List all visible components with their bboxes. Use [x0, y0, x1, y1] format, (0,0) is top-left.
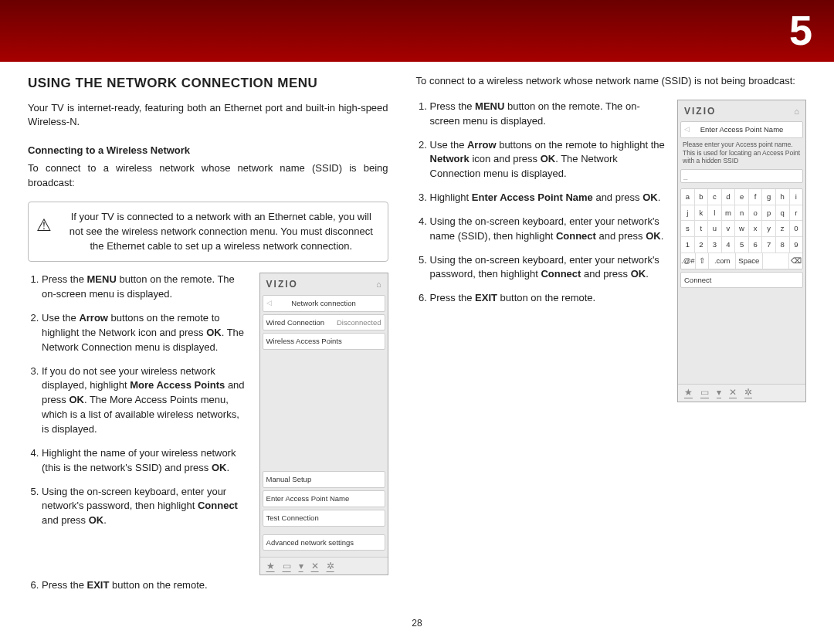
keyboard-key[interactable]: y — [762, 221, 776, 236]
keyboard-key[interactable]: p — [762, 205, 776, 221]
footer-icon: ✲ — [744, 386, 752, 399]
keyboard-key[interactable]: b — [695, 189, 709, 205]
panel-footer: ★▭▾✕✲ — [678, 384, 805, 402]
warning-callout: ⚠ If your TV is connected to a network w… — [28, 202, 388, 263]
keyboard-key[interactable]: 8 — [776, 237, 790, 253]
keyboard-key[interactable]: 3 — [708, 237, 722, 253]
access-point-panel: VIZIO ⌂ ◁ Enter Access Point Name Please… — [677, 100, 806, 402]
steps-b: Press the MENU button on the remote. The… — [416, 100, 665, 306]
panel-description: Please enter your Access point name. Thi… — [678, 138, 805, 168]
warning-text: If your TV is connected to a network wit… — [70, 211, 373, 252]
step-item: Use the Arrow buttons on the remote to h… — [42, 311, 247, 355]
connect-option[interactable]: Connect — [680, 272, 803, 289]
keyboard-key[interactable]: z — [776, 221, 790, 236]
chapter-header: 5 — [0, 0, 834, 62]
footer-icon: ▾ — [299, 560, 303, 573]
keyboard-key[interactable]: 9 — [790, 237, 803, 253]
step-item: Using the on-screen keyboard, enter your… — [430, 215, 665, 244]
keyboard-key[interactable]: w — [735, 221, 749, 236]
steps-a-last: Press the EXIT button on the remote. — [28, 578, 388, 593]
keyboard-key[interactable]: s — [681, 221, 695, 236]
section-heading: USING THE NETWORK CONNECTION MENU — [28, 74, 388, 93]
step-item: Highlight Enter Access Point Name and pr… — [430, 191, 665, 205]
keyboard-key[interactable]: m — [722, 205, 736, 221]
steps-a: Press the MENU button on the remote. The… — [28, 273, 247, 528]
breadcrumb-label: Enter Access Point Name — [700, 125, 784, 134]
onscreen-keyboard[interactable]: abcdefghijklmnopqrstuvwxyz0123456789.@#⇧… — [680, 188, 803, 269]
keyboard-key[interactable]: c — [708, 189, 722, 205]
back-icon: ◁ — [266, 298, 272, 308]
breadcrumb-label: Network connection — [291, 299, 355, 307]
keyboard-key[interactable]: 2 — [695, 237, 709, 253]
ssid-input[interactable]: _ — [680, 169, 803, 183]
footer-icon: ✕ — [729, 386, 737, 399]
page-number: 28 — [0, 618, 834, 636]
keyboard-key[interactable]: 5 — [735, 237, 749, 253]
keyboard-key[interactable]: r — [790, 205, 803, 221]
keyboard-key[interactable]: ⌫ — [789, 253, 802, 269]
step-item: Highlight the name of your wireless netw… — [42, 446, 247, 476]
step-item: Press the EXIT button on the remote. — [42, 578, 388, 593]
keyboard-key[interactable]: o — [749, 205, 763, 221]
home-icon: ⌂ — [794, 106, 799, 118]
breadcrumb: ◁ Enter Access Point Name — [680, 121, 803, 138]
keyboard-key[interactable]: j — [681, 205, 695, 221]
panel-options: Manual SetupEnter Access Point NameTest … — [260, 469, 388, 526]
keyboard-key[interactable]: 1 — [681, 237, 695, 253]
keyboard-key[interactable]: a — [681, 189, 695, 205]
intro-paragraph: Your TV is internet-ready, featuring bot… — [28, 101, 388, 130]
keyboard-key[interactable]: u — [708, 221, 722, 236]
keyboard-key[interactable]: d — [722, 189, 736, 205]
keyboard-key[interactable]: g — [762, 189, 776, 205]
keyboard-key[interactable]: i — [790, 189, 803, 205]
panel-footer: ★▭▾✕✲ — [260, 557, 388, 575]
step-item: If you do not see your wireless network … — [42, 364, 247, 437]
list-item: Wired ConnectionDisconnected — [263, 314, 385, 331]
lead-b: To connect to a wireless network whose n… — [416, 74, 806, 89]
keyboard-key[interactable]: f — [749, 189, 763, 205]
breadcrumb: ◁ Network connection — [263, 295, 385, 312]
network-menu-panel: VIZIO ⌂ ◁ Network connection Wired Conne… — [259, 273, 388, 575]
back-icon: ◁ — [684, 124, 690, 134]
step-item: Press the MENU button on the remote. The… — [430, 100, 665, 129]
keyboard-key[interactable]: q — [776, 205, 790, 221]
chapter-number: 5 — [789, 6, 812, 54]
step-item: Use the Arrow buttons on the remote to h… — [430, 138, 665, 182]
keyboard-key[interactable]: .com — [709, 253, 736, 269]
step-item: Using the on-screen keyboard, enter your… — [42, 485, 247, 529]
footer-icon: ▭ — [283, 560, 291, 573]
warning-icon: ⚠ — [36, 213, 52, 238]
keyboard-key[interactable]: l — [708, 205, 722, 221]
keyboard-key[interactable]: 0 — [790, 221, 803, 236]
keyboard-key[interactable]: e — [735, 189, 749, 205]
keyboard-key[interactable]: x — [749, 221, 763, 236]
list-item: Enter Access Point Name — [263, 490, 385, 507]
keyboard-key[interactable]: h — [776, 189, 790, 205]
subheading-connecting: Connecting to a Wireless Network — [28, 144, 388, 158]
advanced-settings: Advanced network settings — [263, 534, 385, 551]
footer-icon: ✕ — [311, 560, 319, 573]
panel-rows: Wired ConnectionDisconnectedWireless Acc… — [260, 312, 388, 351]
keyboard-key[interactable]: v — [722, 221, 736, 236]
keyboard-key[interactable]: k — [695, 205, 709, 221]
footer-icon: ▭ — [700, 386, 709, 399]
keyboard-key[interactable]: 6 — [749, 237, 763, 253]
list-item: Test Connection — [263, 510, 385, 527]
footer-icon: ✲ — [327, 560, 334, 573]
list-item: Manual Setup — [263, 471, 385, 488]
step-item: Press the EXIT button on the remote. — [430, 291, 665, 306]
home-icon: ⌂ — [376, 279, 381, 291]
step-item: Using the on-screen keyboard, enter your… — [430, 253, 665, 283]
footer-icon: ★ — [266, 560, 275, 573]
footer-icon: ★ — [684, 386, 693, 399]
brand-logo: VIZIO — [266, 278, 298, 291]
keyboard-key[interactable]: 7 — [762, 237, 776, 253]
keyboard-key[interactable]: Space — [736, 253, 763, 269]
list-item: Wireless Access Points — [263, 333, 385, 350]
lead-a: To connect to a wireless network whose n… — [28, 161, 388, 191]
keyboard-key[interactable]: n — [735, 205, 749, 221]
keyboard-key[interactable]: t — [695, 221, 709, 236]
keyboard-key[interactable]: .@# — [681, 253, 696, 269]
keyboard-key[interactable]: 4 — [722, 237, 736, 253]
keyboard-key[interactable]: ⇧ — [696, 253, 710, 269]
